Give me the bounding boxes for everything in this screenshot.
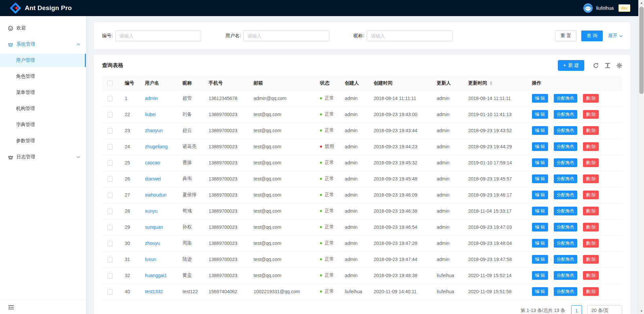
edit-button[interactable]: 编 辑: [532, 287, 548, 296]
scroll-down-arrow[interactable]: ▼: [639, 308, 644, 314]
username-link[interactable]: luxun: [145, 257, 156, 262]
username-link[interactable]: zhaoyun: [145, 128, 163, 133]
pagination-page-1[interactable]: 1: [571, 305, 582, 314]
assign-role-button[interactable]: 分配角色: [554, 207, 577, 215]
delete-button[interactable]: 删 除: [583, 239, 599, 248]
edit-button[interactable]: 编 辑: [532, 126, 548, 135]
query-button[interactable]: 查 询: [581, 31, 603, 41]
sort-asc-icon: [490, 81, 492, 83]
username-link[interactable]: admin: [145, 96, 158, 101]
username-link[interactable]: zhouyu: [145, 241, 160, 246]
delete-button[interactable]: 删 除: [583, 158, 599, 167]
edit-button[interactable]: 编 辑: [532, 255, 548, 264]
assign-role-button[interactable]: 分配角色: [554, 158, 577, 167]
assign-role-button[interactable]: 分配角色: [554, 110, 577, 119]
row-checkbox[interactable]: [107, 160, 113, 166]
scroll-up-arrow[interactable]: ▲: [639, 0, 644, 6]
delete-button[interactable]: 删 除: [583, 174, 599, 183]
username-link[interactable]: dianwei: [145, 176, 161, 181]
edit-button[interactable]: 编 辑: [532, 207, 548, 215]
username-link[interactable]: caocao: [145, 160, 160, 165]
username-link[interactable]: zhugeliang: [145, 144, 168, 149]
sidebar-item-org-mgmt[interactable]: 机构管理: [0, 102, 86, 115]
username-link[interactable]: liubei: [145, 112, 156, 117]
edit-button[interactable]: 编 辑: [532, 223, 548, 231]
reload-icon[interactable]: [593, 63, 599, 68]
row-checkbox[interactable]: [107, 96, 113, 101]
scrollbar-thumb[interactable]: [639, 7, 644, 94]
username-link[interactable]: xunyu: [145, 208, 157, 214]
assign-role-button[interactable]: 分配角色: [554, 223, 577, 231]
id-input[interactable]: [115, 31, 201, 41]
row-checkbox[interactable]: [107, 193, 113, 198]
username-link[interactable]: test1332: [145, 289, 163, 294]
sidebar-item-dict-mgmt[interactable]: 字典管理: [0, 118, 86, 132]
sidebar-item-menu-mgmt[interactable]: 菜单管理: [0, 86, 86, 99]
row-checkbox[interactable]: [107, 209, 113, 214]
delete-button[interactable]: 删 除: [583, 94, 599, 103]
delete-button[interactable]: 删 除: [583, 255, 599, 264]
assign-role-button[interactable]: 分配角色: [554, 255, 577, 264]
sort-control[interactable]: [490, 81, 492, 85]
row-checkbox[interactable]: [107, 144, 113, 150]
row-checkbox[interactable]: [107, 241, 113, 246]
action-divider: [580, 96, 580, 101]
assign-role-button[interactable]: 分配角色: [554, 239, 577, 248]
app-logo[interactable]: Ant Design Pro: [10, 3, 72, 13]
row-checkbox[interactable]: [107, 273, 113, 278]
sidebar-item-user-mgmt[interactable]: 用户管理: [0, 54, 86, 67]
delete-button[interactable]: 删 除: [583, 271, 599, 280]
setting-icon[interactable]: [616, 63, 622, 68]
page-size-select[interactable]: 20 条/页: [587, 305, 622, 314]
row-checkbox[interactable]: [107, 225, 113, 230]
edit-button[interactable]: 编 辑: [532, 191, 548, 199]
edit-button[interactable]: 编 辑: [532, 158, 548, 167]
expand-link[interactable]: 展开: [608, 33, 622, 39]
new-button[interactable]: + 新 建: [558, 60, 584, 71]
assign-role-button[interactable]: 分配角色: [554, 191, 577, 199]
column-height-icon[interactable]: [605, 63, 610, 68]
sidebar-item-welcome[interactable]: 欢迎: [0, 21, 86, 35]
delete-button[interactable]: 删 除: [583, 126, 599, 135]
assign-role-button[interactable]: 分配角色: [554, 271, 577, 280]
sidebar-item-role-mgmt[interactable]: 角色管理: [0, 70, 86, 83]
edit-button[interactable]: 编 辑: [532, 271, 548, 280]
assign-role-button[interactable]: 分配角色: [554, 174, 577, 183]
delete-button[interactable]: 删 除: [583, 287, 599, 296]
username-link[interactable]: sunquan: [145, 224, 163, 230]
delete-button[interactable]: 删 除: [583, 223, 599, 231]
row-checkbox[interactable]: [107, 257, 113, 262]
sidebar-item-param-mgmt[interactable]: 参数管理: [0, 134, 86, 148]
assign-role-button[interactable]: 分配角色: [554, 142, 577, 151]
assign-role-button[interactable]: 分配角色: [554, 94, 577, 103]
cell-updated-at: 2018-09-23 19:48:04: [466, 235, 529, 251]
row-checkbox[interactable]: [107, 176, 113, 182]
reset-button[interactable]: 重 置: [555, 31, 577, 41]
row-checkbox[interactable]: [107, 112, 113, 117]
edit-button[interactable]: 编 辑: [532, 142, 548, 151]
delete-button[interactable]: 删 除: [583, 191, 599, 199]
sidebar-submenu-system[interactable]: 系统管理: [0, 38, 86, 51]
user-avatar[interactable]: [583, 3, 593, 13]
username-link[interactable]: huanggai1: [145, 273, 167, 278]
row-checkbox[interactable]: [107, 289, 113, 295]
username-text[interactable]: liufeihua: [596, 5, 613, 11]
delete-button[interactable]: 删 除: [583, 142, 599, 151]
username-input[interactable]: [244, 31, 329, 41]
sidebar-footer: [0, 300, 86, 314]
assign-role-button[interactable]: 分配角色: [554, 287, 577, 296]
delete-button[interactable]: 删 除: [583, 110, 599, 119]
sidebar-submenu-log[interactable]: 日志管理: [0, 150, 86, 164]
assign-role-button[interactable]: 分配角色: [554, 126, 577, 135]
menu-fold-icon[interactable]: [8, 304, 14, 310]
field-label: 编号:: [102, 33, 113, 39]
edit-button[interactable]: 编 辑: [532, 239, 548, 248]
delete-button[interactable]: 删 除: [583, 207, 599, 215]
edit-button[interactable]: 编 辑: [532, 110, 548, 119]
edit-button[interactable]: 编 辑: [532, 94, 548, 103]
edit-button[interactable]: 编 辑: [532, 174, 548, 183]
nickname-input[interactable]: [367, 31, 453, 41]
select-all-checkbox[interactable]: [107, 81, 113, 86]
row-checkbox[interactable]: [107, 128, 113, 134]
username-link[interactable]: xiahoudun: [145, 192, 167, 198]
